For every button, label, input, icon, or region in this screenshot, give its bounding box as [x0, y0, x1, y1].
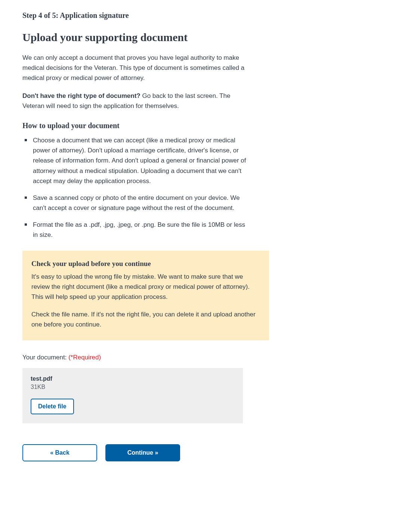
document-field-label: Your document: (*Required)	[22, 354, 284, 361]
field-label-text: Your document:	[22, 354, 68, 361]
form-navigation: « Back Continue »	[22, 444, 284, 461]
no-document-paragraph: Don't have the right type of document? G…	[22, 91, 247, 111]
list-item: Save a scanned copy or photo of the enti…	[31, 193, 247, 213]
continue-button[interactable]: Continue »	[105, 444, 180, 461]
list-item: Choose a document that we can accept (li…	[31, 135, 247, 186]
delete-file-button[interactable]: Delete file	[31, 399, 74, 414]
step-indicator: Step 4 of 5: Application signature	[22, 11, 284, 20]
page-heading: Upload your supporting document	[22, 31, 284, 44]
file-name: test.pdf	[31, 375, 235, 382]
howto-heading: How to upload your document	[22, 121, 284, 130]
required-indicator: (*Required)	[68, 354, 101, 361]
form-page: Step 4 of 5: Application signature Uploa…	[22, 11, 284, 461]
uploaded-file-card: test.pdf 31KB Delete file	[22, 368, 243, 423]
intro-paragraph: We can only accept a document that prove…	[22, 53, 247, 83]
warning-alert: Check your upload before you continue It…	[22, 251, 269, 340]
no-document-question: Don't have the right type of document?	[22, 92, 141, 99]
alert-paragraph-1: It's easy to upload the wrong file by mi…	[31, 272, 260, 302]
alert-heading: Check your upload before you continue	[31, 260, 260, 268]
howto-list: Choose a document that we can accept (li…	[22, 135, 247, 240]
file-size: 31KB	[31, 384, 235, 390]
back-button[interactable]: « Back	[22, 444, 97, 461]
alert-paragraph-2: Check the file name. If it's not the rig…	[31, 309, 260, 330]
list-item: Format the file as a .pdf, .jpg, .jpeg, …	[31, 220, 247, 240]
